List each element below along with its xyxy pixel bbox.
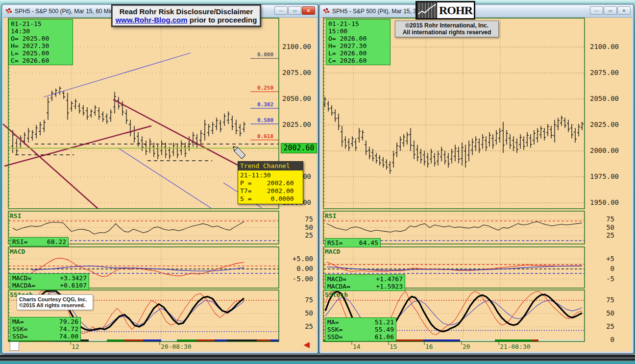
info-high: H= 2027.30 bbox=[328, 42, 388, 49]
price-label: 2050.00 bbox=[590, 95, 619, 102]
iscale-label: 50 bbox=[288, 309, 313, 317]
time-label: 20 bbox=[463, 343, 470, 350]
corner-box bbox=[10, 341, 19, 351]
maximize-button[interactable]: ▭ bbox=[288, 6, 301, 15]
rsi-value-box: RSI=64.45 bbox=[325, 238, 381, 247]
minimize-button[interactable]: — bbox=[590, 6, 603, 15]
copyright-line-2: All international rights reserved bbox=[395, 29, 498, 36]
rohr-logo: ROHR bbox=[415, 1, 475, 20]
fib-label: 0.500 bbox=[257, 117, 273, 123]
price-label: 1950.00 bbox=[590, 198, 619, 206]
iscale-label: +5 bbox=[593, 255, 614, 263]
iscale-label: 0 bbox=[593, 265, 614, 272]
info-open: O= 2025.00 bbox=[11, 35, 71, 42]
macd-value-box: MACD=+3.3427 MACDA=+0.6107 bbox=[10, 273, 89, 290]
time-label: 20-08:30 bbox=[161, 343, 192, 350]
info-close: C= 2026.60 bbox=[11, 57, 71, 64]
courtesy-line-2: ©2015 All rights reserved. bbox=[19, 302, 91, 308]
iscale-label: 75 bbox=[288, 296, 313, 304]
rsi-panel-label: RSI bbox=[10, 212, 21, 219]
tooltip-time: 21-11:30 bbox=[240, 171, 301, 179]
courtesy-line-1: Charts Courtesy CQG, Inc. bbox=[19, 296, 91, 302]
iscale-label: 25 bbox=[593, 231, 614, 239]
ssk-value: 55.49 bbox=[375, 326, 394, 333]
ohlc-info-box: 01-21-15 15:00 O= 2026.00 H= 2027.30 L= … bbox=[326, 19, 391, 65]
background-window-edge bbox=[0, 354, 635, 364]
ssd-value-label: SSD= bbox=[327, 333, 342, 340]
macd-panel-label: MACD bbox=[325, 248, 340, 255]
price-label: 2075.00 bbox=[590, 69, 619, 76]
iscale-label: 0.00 bbox=[288, 265, 313, 272]
rsi-value-box: RSI=68.22 bbox=[10, 237, 69, 246]
rohr-logo-text: ROHR bbox=[438, 2, 474, 18]
ma-value: 79.26 bbox=[59, 318, 78, 325]
rsi-value: 64.45 bbox=[359, 239, 378, 246]
price-label: 2075.00 bbox=[282, 69, 311, 76]
price-label: 2100.00 bbox=[282, 43, 311, 50]
iscale-label: 50 bbox=[288, 223, 313, 231]
iscale-label: 25 bbox=[288, 322, 313, 330]
iscale-label: -5 bbox=[593, 275, 614, 283]
tooltip-title: Trend Channel bbox=[238, 162, 303, 170]
rsi-value: 68.22 bbox=[47, 238, 66, 245]
tooltip-t7: T7= 2002.00 bbox=[240, 187, 301, 195]
pencil-cursor bbox=[231, 145, 245, 158]
fib-label: 0.000 bbox=[257, 51, 273, 58]
disclaimer-line-1: Read Rohr Risk Disclosure/Disclaimer bbox=[114, 7, 259, 16]
macd-panel-label: MACD bbox=[10, 248, 25, 255]
maximize-button[interactable]: ▭ bbox=[604, 6, 617, 15]
disclaimer-line-2: prior to proceeding bbox=[188, 16, 257, 24]
iscale-label: 50 bbox=[593, 309, 614, 317]
close-button[interactable]: ✕ bbox=[617, 6, 631, 15]
risk-disclaimer-banner: Read Rohr Risk Disclosure/Disclaimer www… bbox=[112, 5, 261, 26]
rsi-value-label: RSI= bbox=[12, 238, 27, 245]
info-time: 15:00 bbox=[328, 27, 388, 35]
rohr-blog-link[interactable]: www.Rohr-Blog.com bbox=[116, 16, 188, 24]
macd-value-label: MACD= bbox=[12, 274, 31, 282]
iscale-label: 25 bbox=[288, 231, 313, 239]
fib-label: 0.250 bbox=[257, 85, 273, 91]
time-label: 14 bbox=[353, 343, 361, 350]
info-time: 14:30 bbox=[11, 27, 71, 35]
iscale-label: 75 bbox=[288, 215, 313, 223]
minimize-button[interactable]: — bbox=[274, 6, 288, 15]
iscale-label: 75 bbox=[593, 296, 614, 304]
copyright-line-1: ©2015 Rohr International, Inc. bbox=[395, 22, 498, 29]
right-window: SPH5 - S&P 500 (Pit), Mar 15, 30 Min — ▭… bbox=[319, 4, 634, 354]
tooltip-slope: S = 0.0000 bbox=[240, 195, 301, 203]
macd-value: +1.4767 bbox=[376, 275, 403, 283]
ma-value-label: MA= bbox=[12, 318, 24, 325]
tooltip-price: P = 2002.60 bbox=[240, 179, 301, 187]
iscale-label: +5.00 bbox=[288, 255, 313, 263]
ssk-value-label: SSK= bbox=[327, 326, 342, 333]
ssk-value-label: SSK= bbox=[12, 325, 27, 333]
price-label: 2025.00 bbox=[282, 121, 311, 128]
ssd-value: 74.00 bbox=[59, 333, 78, 340]
macd-value-label: MACD= bbox=[327, 275, 346, 283]
rsi-panel-label: RSI bbox=[325, 212, 336, 219]
macda-value-label: MACDA= bbox=[12, 282, 35, 289]
iscale-label: 0 bbox=[593, 336, 614, 343]
iscale-label: 50 bbox=[593, 223, 614, 231]
sstoch-value-box: MA=79.26 SSK=74.72 SSD=74.00 bbox=[10, 317, 81, 341]
ma-value: 51.21 bbox=[375, 318, 394, 326]
trend-channel-tooltip: Trend Channel 21-11:30 P = 2002.60 T7= 2… bbox=[238, 161, 303, 204]
macd-value: +3.3427 bbox=[60, 274, 87, 282]
iscale-label: -5.00 bbox=[288, 275, 313, 283]
info-date: 01-21-15 bbox=[328, 20, 388, 27]
macd-value-box: MACD=+1.4767 MACDA=+1.5923 bbox=[325, 274, 405, 291]
price-label: 2000.00 bbox=[590, 146, 619, 154]
ma-value-label: MA= bbox=[327, 318, 339, 326]
close-button[interactable]: ✕ bbox=[302, 6, 315, 15]
ssd-value: 61.06 bbox=[375, 333, 394, 340]
ssk-value: 74.72 bbox=[59, 325, 78, 333]
info-date: 01-21-15 bbox=[11, 20, 71, 27]
info-high: H= 2027.30 bbox=[11, 42, 71, 49]
info-close: C= 2026.60 bbox=[328, 57, 388, 64]
ssd-value-label: SSD= bbox=[12, 333, 27, 340]
iscale-label: 75 bbox=[593, 215, 614, 223]
scroll-to-end-arrow[interactable]: ◄ bbox=[302, 340, 312, 349]
sstoch-panel-label: SStoch bbox=[325, 291, 348, 298]
sstoch-value-box: MA=51.21 SSK=55.49 SSD=61.06 bbox=[325, 317, 396, 341]
left-price-tag: 2002.60 bbox=[281, 143, 317, 153]
